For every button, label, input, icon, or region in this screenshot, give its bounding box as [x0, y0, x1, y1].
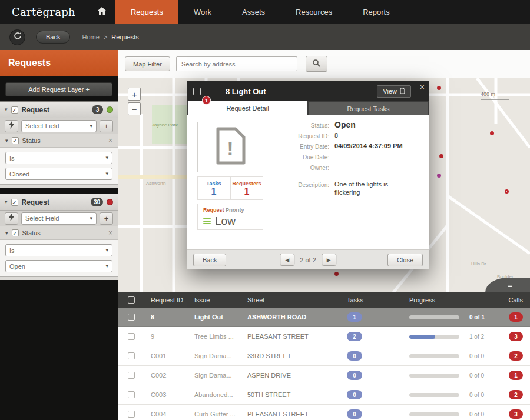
col-progress[interactable]: Progress — [403, 292, 496, 308]
search-button[interactable] — [306, 56, 327, 72]
col-tasks[interactable]: Tasks — [339, 292, 403, 308]
priority-label-priority: Priority — [226, 207, 244, 213]
breadcrumb-bar: Back Home > Requests — [0, 24, 530, 50]
caret-down-icon: ▾ — [90, 124, 92, 129]
row-checkbox[interactable] — [128, 314, 135, 321]
add-filter-button[interactable]: + — [100, 120, 113, 132]
map-marker[interactable] — [490, 131, 494, 135]
request-popup: 1 8 Light Out View × Request Detail Requ… — [187, 81, 429, 269]
layer-checkbox[interactable]: ✓ — [11, 106, 18, 114]
layer-filter-row: Select Field ▾ + — [0, 118, 118, 134]
lightning-icon — [9, 214, 14, 223]
table-row[interactable]: 9 Tree Limbs ... PLEASANT STREET 2 1 of … — [118, 327, 530, 346]
filter-group-checkbox[interactable]: ✓ — [12, 229, 19, 236]
quick-filter-button[interactable] — [5, 120, 18, 132]
tab-request-tasks[interactable]: Request Tasks — [309, 102, 428, 115]
description-value: One of the lights is flickering — [334, 181, 411, 197]
map-filter-button[interactable]: Map Filter — [125, 56, 170, 71]
tab-reports[interactable]: Reports — [347, 0, 405, 24]
pager-prev-button[interactable]: ◀ — [280, 254, 294, 266]
table-header: Request ID Issue Street Tasks Progress C… — [118, 292, 530, 308]
value-dropdown[interactable]: Open ▾ — [5, 260, 112, 272]
remove-filter-icon[interactable]: × — [108, 137, 112, 144]
col-request-id[interactable]: Request ID — [145, 292, 194, 308]
caret-down-icon[interactable]: ▾ — [5, 138, 8, 144]
view-button[interactable]: View — [377, 85, 411, 98]
progress-bar — [409, 412, 459, 416]
home-tab[interactable] — [88, 0, 115, 24]
zoom-out-button[interactable]: − — [128, 102, 141, 115]
table-row[interactable]: 8 Light Out ASHWORTH ROAD 1 0 of 1 1 — [118, 308, 530, 327]
cell-issue: Light Out — [194, 308, 247, 326]
caret-down-icon[interactable]: ▾ — [5, 199, 8, 205]
cell-street: ASPEN DRIVE — [247, 366, 339, 385]
cell-request-id: C002 — [145, 366, 194, 385]
document-icon — [400, 88, 405, 95]
table-row[interactable]: C002 Sign Dama... ASPEN DRIVE 0 0 of 0 1 — [118, 366, 530, 385]
zoom-in-button[interactable]: + — [128, 88, 141, 101]
row-checkbox[interactable] — [128, 352, 135, 359]
field-value: 8 — [334, 132, 423, 140]
layers-handle-icon[interactable]: ≡ — [508, 282, 512, 291]
breadcrumb-home[interactable]: Home — [82, 34, 99, 41]
tab-resources[interactable]: Resources — [280, 0, 347, 24]
table-row[interactable]: C003 Abandoned... 50TH STREET 0 0 of 0 2 — [118, 385, 530, 405]
operator-dropdown[interactable]: Is ▾ — [5, 244, 112, 256]
operator-dropdown[interactable]: Is ▾ — [5, 152, 112, 164]
add-request-layer-button[interactable]: Add Request Layer + — [5, 82, 112, 96]
caret-down-icon[interactable]: ▾ — [5, 107, 8, 112]
col-calls[interactable]: Calls — [496, 292, 530, 308]
quick-filter-button[interactable] — [5, 212, 18, 225]
layer-count-badge: 30 — [91, 198, 103, 206]
map-marker[interactable] — [437, 86, 441, 90]
zoom-control: + − — [128, 88, 141, 115]
tab-requests[interactable]: Requests — [115, 0, 178, 24]
row-checkbox[interactable] — [128, 391, 135, 398]
close-icon[interactable]: × — [420, 83, 425, 91]
pager-next-button[interactable]: ▶ — [322, 254, 336, 266]
add-filter-button[interactable]: + — [100, 212, 113, 225]
remove-filter-icon[interactable]: × — [108, 229, 112, 236]
tab-assets[interactable]: Assets — [227, 0, 280, 24]
tab-work[interactable]: Work — [178, 0, 227, 24]
caret-down-icon[interactable]: ▾ — [5, 231, 8, 236]
row-checkbox[interactable] — [128, 411, 135, 418]
popup-back-button[interactable]: Back — [193, 254, 226, 266]
layer-header[interactable]: ▾ ✓ Request 3 — [0, 102, 118, 118]
popup-close-button[interactable]: Close — [387, 254, 423, 266]
layer-checkbox[interactable]: ✓ — [11, 199, 18, 206]
requesters-stat[interactable]: Requesters 1 — [230, 176, 263, 200]
popup-checkbox[interactable] — [193, 88, 201, 95]
calls-badge: 1 — [509, 371, 523, 380]
tasks-stat[interactable]: Tasks 1 — [197, 176, 230, 200]
col-issue[interactable]: Issue — [194, 292, 247, 308]
refresh-button[interactable] — [9, 29, 25, 45]
map-marker[interactable] — [437, 174, 441, 178]
row-checkbox[interactable] — [128, 333, 135, 340]
tasks-badge: 0 — [347, 409, 362, 419]
table-row[interactable]: C004 Curb Gutter ... PLEASANT STREET 0 0… — [118, 405, 530, 420]
filter-group-checkbox[interactable]: ✓ — [12, 137, 19, 144]
col-street[interactable]: Street — [247, 292, 339, 308]
map-marker[interactable] — [439, 154, 443, 158]
select-field-value: Select Field — [25, 215, 59, 222]
popup-tabs: Request Detail Request Tasks — [187, 101, 429, 115]
table-row[interactable]: C001 Sign Dama... 33RD STREET 0 0 of 0 2 — [118, 346, 530, 366]
back-button[interactable]: Back — [36, 31, 70, 44]
row-checkbox[interactable] — [128, 372, 135, 379]
menu-count-badge: 1 — [202, 96, 211, 105]
field-value: Open — [334, 120, 423, 129]
map-marker[interactable] — [334, 272, 339, 276]
select-field-dropdown[interactable]: Select Field ▾ — [21, 120, 97, 132]
popup-pager: ◀ 2 of 2 ▶ — [280, 254, 336, 266]
field-row: Entry Date: 04/09/2014 4:37:09 PM — [263, 142, 423, 151]
map-marker[interactable] — [505, 189, 509, 194]
cell-request-id: 9 — [145, 327, 194, 346]
address-search-input[interactable] — [176, 56, 297, 71]
tasks-stat-value: 1 — [211, 187, 217, 196]
select-field-dropdown[interactable]: Select Field ▾ — [21, 212, 97, 225]
layer-header[interactable]: ▾ ✓ Request 30 — [0, 194, 118, 211]
select-all-checkbox[interactable] — [128, 296, 135, 304]
value-dropdown[interactable]: Closed ▾ — [5, 168, 112, 180]
map-toolbar: Map Filter — [118, 50, 530, 78]
